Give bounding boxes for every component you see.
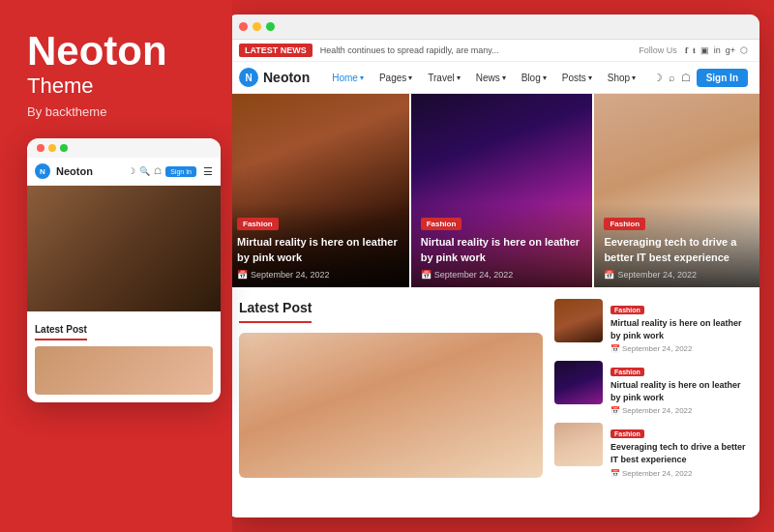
nav-logo[interactable]: N Neoton	[239, 68, 310, 87]
chevron-down-icon: ▾	[408, 74, 412, 82]
sidebar-post-info-1: Fashion Mirtual reality is here on leath…	[610, 299, 748, 353]
mobile-logo-letter: N	[40, 167, 45, 176]
mobile-nav-icons: ☽ 🔍 ☖ Sign In ☰	[128, 165, 213, 178]
hero-badge-3: Fashion	[604, 218, 645, 230]
dot-yellow	[48, 144, 56, 152]
latest-news-badge: LATEST NEWS	[239, 44, 313, 57]
main-content: Latest Post Fashion Mirtual reality is h…	[227, 287, 759, 517]
mobile-latest-post-section: Latest Post	[27, 311, 221, 402]
mobile-logo-text: Neoton	[56, 165, 93, 177]
hero-title-2: Nirtual reality is here on leather by pi…	[421, 235, 583, 265]
sidebar-thumb-3	[554, 423, 603, 466]
brand-subtitle: Theme	[27, 74, 213, 99]
mobile-hero-image	[27, 186, 221, 311]
hero-badge-1: Fashion	[237, 218, 279, 230]
brand-by: By backtheme	[27, 104, 213, 119]
nav-item-pages[interactable]: Pages ▾	[372, 70, 419, 86]
mobile-nav: N Neoton ☽ 🔍 ☖ Sign In ☰	[27, 158, 221, 186]
sidebar-post-item-1[interactable]: Fashion Mirtual reality is here on leath…	[554, 299, 748, 353]
nav-item-blog[interactable]: Blog ▾	[515, 70, 553, 86]
browser-chrome	[227, 15, 759, 40]
hero-title-3: Eeveraging tech to drive a better IT bes…	[604, 235, 750, 265]
calendar-icon: 📅	[604, 270, 614, 280]
nav-item-shop[interactable]: Shop ▾	[601, 70, 642, 86]
nav-item-news[interactable]: News ▾	[469, 70, 513, 86]
hamburger-icon[interactable]: ☰	[203, 165, 213, 178]
sidebar-badge-2: Fashion	[610, 368, 644, 376]
calendar-icon: 📅	[237, 270, 248, 280]
dot-red	[37, 144, 45, 152]
chevron-down-icon: ▾	[543, 74, 547, 82]
sidebar-title-2: Nirtual reality is here on leather by pi…	[610, 379, 748, 403]
calendar-icon: 📅	[421, 270, 432, 280]
news-ticker: Health continues to spread rapidly, are …	[320, 45, 631, 55]
rss-icon[interactable]: ▣	[700, 45, 709, 55]
sidebar-badge-1: Fashion	[610, 306, 644, 314]
mobile-logo-circle: N	[35, 163, 50, 179]
latest-post-featured-image[interactable]	[239, 333, 543, 478]
nav-item-travel[interactable]: Travel ▾	[421, 70, 466, 86]
bookmark-icon: ☖	[154, 166, 162, 176]
hero-section: Fashion Mirtual reality is here on leath…	[227, 94, 759, 287]
browser-dot-green	[266, 22, 275, 31]
twitter-icon[interactable]: 𝐭	[693, 45, 696, 56]
sign-in-button[interactable]: Sign In	[697, 69, 748, 87]
browser-content: LATEST NEWS Health continues to spread r…	[227, 40, 759, 517]
sidebar-thumb-1	[554, 299, 603, 342]
search-icon: 🔍	[139, 166, 150, 176]
hero-card-3[interactable]: Fashion Eeveraging tech to drive a bette…	[594, 94, 759, 287]
mobile-hero: Fashion Mirtual reality is here on leath…	[27, 186, 221, 311]
chevron-down-icon: ▾	[502, 74, 506, 82]
gplus-icon[interactable]: g+	[726, 45, 735, 55]
nav-right: ☽ ⌕ ☖ Sign In	[653, 69, 748, 87]
sidebar-posts: Fashion Mirtual reality is here on leath…	[554, 299, 748, 506]
nav-item-posts[interactable]: Posts ▾	[555, 70, 599, 86]
mobile-post-thumbnail	[35, 346, 213, 395]
mobile-sign-in-btn[interactable]: Sign In	[165, 166, 196, 177]
latest-post-header: Latest Post	[239, 300, 312, 323]
mobile-top-bar	[27, 138, 221, 158]
hero-overlay-1: Fashion Mirtual reality is here on leath…	[227, 203, 409, 287]
nav-logo-text: Neoton	[263, 70, 310, 85]
hero-card-2[interactable]: Fashion Nirtual reality is here on leath…	[411, 94, 593, 287]
sidebar-post-info-2: Fashion Nirtual reality is here on leath…	[610, 361, 748, 415]
hero-overlay-3: Fashion Eeveraging tech to drive a bette…	[594, 203, 759, 287]
sidebar-badge-3: Fashion	[610, 429, 644, 438]
left-panel: Neoton Theme By backtheme N Neoton ☽ 🔍 ☖…	[0, 0, 232, 532]
calendar-icon: 📅	[610, 406, 620, 415]
sidebar-date-1: 📅 September 24, 2022	[610, 344, 748, 353]
facebook-icon[interactable]: 𝐟	[685, 45, 688, 56]
chevron-down-icon: ▾	[588, 74, 592, 82]
moon-icon: ☽	[128, 166, 135, 176]
sidebar-post-info-3: Fashion Eeveraging tech to drive a bette…	[610, 423, 748, 477]
browser-dot-yellow	[253, 22, 261, 31]
bookmark-button-icon[interactable]: ☖	[681, 72, 691, 84]
calendar-icon: 📅	[610, 344, 620, 353]
hero-date-3: 📅 September 24, 2022	[604, 270, 750, 280]
sidebar-date-2: 📅 September 24, 2022	[610, 406, 748, 415]
linkedin-icon[interactable]: in	[714, 45, 721, 55]
hero-date-1: 📅 September 24, 2022	[237, 270, 400, 280]
mobile-mockup: N Neoton ☽ 🔍 ☖ Sign In ☰ Fashion Mirtual…	[27, 138, 221, 402]
chevron-down-icon: ▾	[457, 74, 461, 82]
dot-green	[60, 144, 68, 152]
nav-item-home[interactable]: Home ▾	[325, 70, 371, 86]
moon-toggle-icon[interactable]: ☽	[653, 72, 663, 84]
social-icons: 𝐟 𝐭 ▣ in g+ ⬡	[685, 45, 748, 56]
mobile-latest-post-title: Latest Post	[35, 324, 87, 340]
sidebar-date-3: 📅 September 24, 2022	[610, 469, 748, 478]
sidebar-post-item-3[interactable]: Fashion Eeveraging tech to drive a bette…	[554, 423, 748, 477]
search-button-icon[interactable]: ⌕	[669, 72, 675, 83]
sidebar-title-3: Eeveraging tech to drive a better IT bes…	[610, 441, 748, 465]
hero-card-1[interactable]: Fashion Mirtual reality is here on leath…	[227, 94, 409, 287]
instagram-icon[interactable]: ⬡	[740, 45, 748, 55]
brand-title: Neoton	[27, 29, 213, 74]
nav-logo-letter: N	[245, 73, 252, 83]
nav-bar: N Neoton Home ▾ Pages ▾ Travel ▾ New	[227, 62, 759, 94]
nav-logo-circle: N	[239, 68, 258, 87]
sidebar-thumb-2	[554, 361, 603, 404]
nav-items: Home ▾ Pages ▾ Travel ▾ News ▾ Blog ▾	[325, 70, 652, 86]
news-bar: LATEST NEWS Health continues to spread r…	[227, 40, 759, 62]
hero-overlay-2: Fashion Nirtual reality is here on leath…	[411, 203, 593, 287]
sidebar-post-item-2[interactable]: Fashion Nirtual reality is here on leath…	[554, 361, 748, 415]
